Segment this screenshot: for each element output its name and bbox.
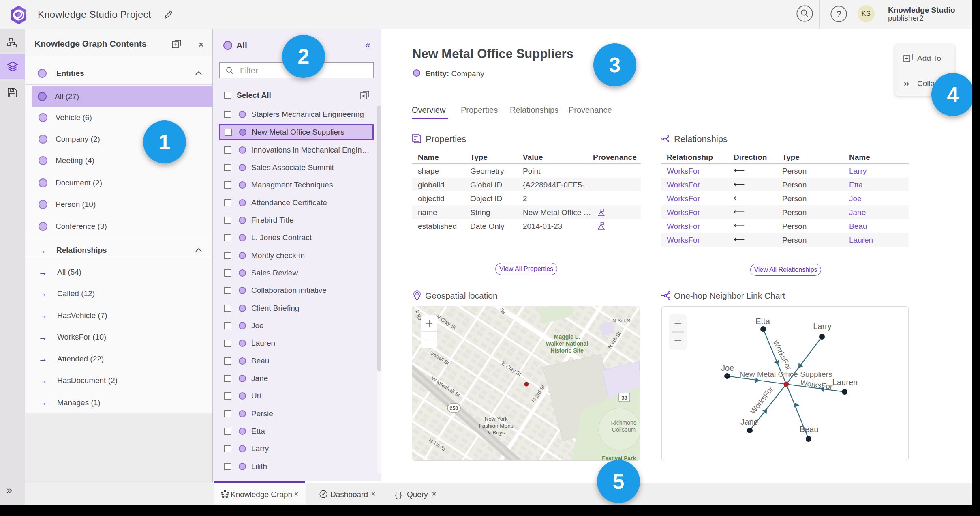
svg-text:WorksFor: WorksFor: [800, 378, 833, 391]
svg-text:Fashion Mens: Fashion Mens: [479, 423, 514, 429]
svg-text:Walker National: Walker National: [546, 340, 588, 347]
svg-text:Joe: Joe: [721, 363, 734, 372]
svg-text:WorksFor: WorksFor: [771, 339, 793, 372]
svg-text:& Boys: & Boys: [488, 430, 505, 436]
svg-text:New York: New York: [484, 416, 507, 422]
svg-text:Etta: Etta: [755, 317, 770, 326]
svg-text:Historic Site: Historic Site: [550, 347, 584, 354]
svg-text:33: 33: [622, 395, 627, 401]
svg-text:WorksFor: WorksFor: [749, 385, 775, 416]
svg-text:Richmond: Richmond: [611, 419, 636, 426]
svg-text:Lauren: Lauren: [832, 378, 858, 387]
svg-text:?: ?: [836, 9, 841, 19]
svg-text:Coliseum: Coliseum: [612, 426, 636, 433]
svg-text:N 3rd St: N 3rd St: [612, 318, 632, 324]
svg-text:Jane: Jane: [740, 417, 758, 426]
svg-text:250: 250: [450, 406, 458, 411]
svg-text:Beau: Beau: [800, 425, 819, 434]
svg-text:Maggie L.: Maggie L.: [554, 333, 580, 340]
svg-text:Larry: Larry: [813, 322, 832, 331]
